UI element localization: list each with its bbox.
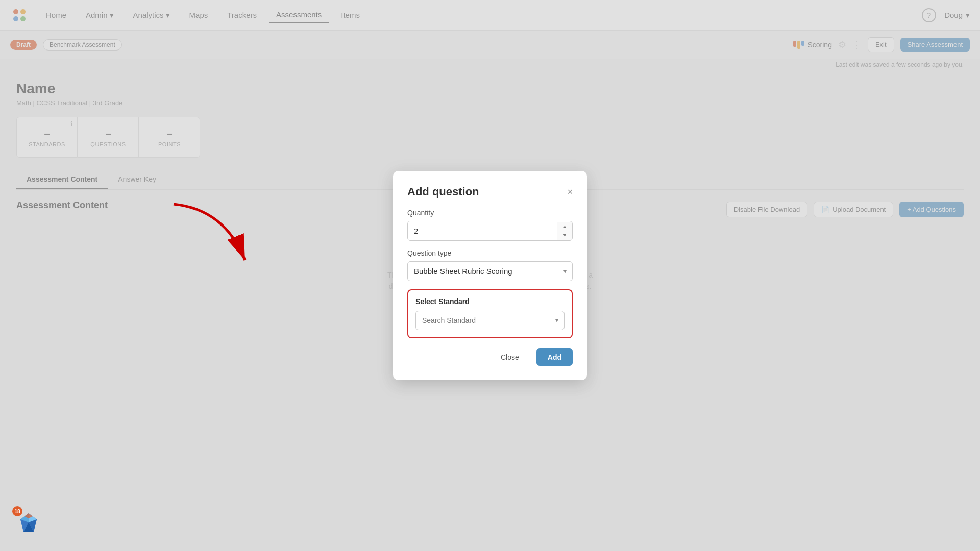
add-modal-button[interactable]: Add — [536, 348, 573, 366]
modal-footer: Close Add — [407, 348, 573, 366]
question-type-select-wrap: Bubble Sheet Rubric Scoring Multiple Cho… — [407, 261, 573, 281]
modal-header: Add question × — [407, 185, 573, 198]
modal-title: Add question — [407, 185, 479, 198]
quantity-up-arrow[interactable]: ▲ — [557, 222, 572, 231]
search-standard-wrap: ▾ — [415, 311, 565, 330]
select-standard-section: Select Standard ▾ — [407, 289, 573, 338]
select-standard-label: Select Standard — [415, 297, 565, 306]
modal-close-icon[interactable]: × — [567, 187, 573, 196]
quantity-input-wrap: ▲ ▼ — [407, 221, 573, 241]
close-modal-button[interactable]: Close — [489, 348, 530, 366]
quantity-label: Quantity — [407, 209, 573, 217]
question-type-label: Question type — [407, 249, 573, 257]
quantity-down-arrow[interactable]: ▼ — [557, 231, 572, 240]
add-question-modal: Add question × Quantity ▲ ▼ Question typ… — [393, 171, 587, 380]
search-standard-input[interactable] — [415, 311, 565, 330]
notification-widget[interactable]: 18 — [14, 508, 43, 537]
question-type-select[interactable]: Bubble Sheet Rubric Scoring Multiple Cho… — [407, 261, 573, 281]
quantity-arrows: ▲ ▼ — [557, 222, 572, 240]
quantity-input[interactable] — [408, 221, 557, 240]
notification-badge: 18 — [12, 506, 22, 516]
quantity-group: Quantity ▲ ▼ — [407, 209, 573, 241]
question-type-group: Question type Bubble Sheet Rubric Scorin… — [407, 249, 573, 281]
